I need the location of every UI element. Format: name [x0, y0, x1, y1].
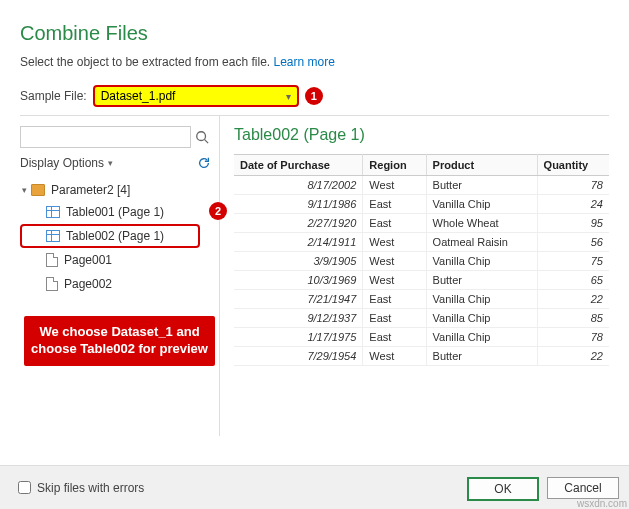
table-row[interactable]: 8/17/2002WestButter78	[234, 176, 609, 195]
table-cell: 1/17/1975	[234, 328, 363, 347]
table-row[interactable]: 1/17/1975EastVanilla Chip78	[234, 328, 609, 347]
search-icon[interactable]	[191, 126, 213, 148]
table-cell: 85	[537, 309, 609, 328]
tree-item-label: Table001 (Page 1)	[66, 205, 164, 219]
tree-item-label: Page001	[64, 253, 112, 267]
tree-root-node[interactable]: ▾ Parameter2 [4]	[20, 180, 219, 200]
table-cell: Butter	[426, 271, 537, 290]
annotation-badge-1: 1	[305, 87, 323, 105]
table-cell: 78	[537, 176, 609, 195]
table-cell: East	[363, 328, 426, 347]
table-cell: 75	[537, 252, 609, 271]
table-icon	[46, 206, 60, 218]
table-cell: 7/29/1954	[234, 347, 363, 366]
chevron-down-icon: ▾	[108, 158, 113, 168]
table-cell: Vanilla Chip	[426, 252, 537, 271]
table-cell: 10/3/1969	[234, 271, 363, 290]
table-cell: 22	[537, 290, 609, 309]
table-cell: East	[363, 290, 426, 309]
tree-item-label: Page002	[64, 277, 112, 291]
table-cell: 65	[537, 271, 609, 290]
column-header[interactable]: Product	[426, 155, 537, 176]
triangle-down-icon: ▾	[22, 185, 27, 195]
column-header[interactable]: Region	[363, 155, 426, 176]
table-cell: Vanilla Chip	[426, 328, 537, 347]
table-cell: 3/9/1905	[234, 252, 363, 271]
preview-title: Table002 (Page 1)	[234, 126, 609, 144]
table-row[interactable]: 2/14/1911WestOatmeal Raisin56	[234, 233, 609, 252]
dialog-footer: Skip files with errors OK Cancel wsxdn.c…	[0, 465, 629, 509]
refresh-icon[interactable]	[195, 154, 213, 172]
table-cell: Vanilla Chip	[426, 309, 537, 328]
table-cell: 7/21/1947	[234, 290, 363, 309]
display-options-menu[interactable]: Display Options▾	[20, 156, 113, 170]
chevron-down-icon: ▾	[286, 91, 291, 102]
table-cell: Vanilla Chip	[426, 195, 537, 214]
object-tree: ▾ Parameter2 [4] Table001 (Page 1)2Table…	[20, 180, 219, 296]
table-cell: East	[363, 214, 426, 233]
table-cell: West	[363, 347, 426, 366]
table-cell: Oatmeal Raisin	[426, 233, 537, 252]
table-row[interactable]: 7/21/1947EastVanilla Chip22	[234, 290, 609, 309]
table-cell: Whole Wheat	[426, 214, 537, 233]
tree-item-table002-page-1-[interactable]: Table002 (Page 1)	[20, 224, 200, 248]
skip-errors-checkbox[interactable]: Skip files with errors	[14, 478, 144, 497]
dialog-subtitle: Select the object to be extracted from e…	[20, 55, 609, 69]
sample-file-label: Sample File:	[20, 89, 87, 103]
table-row[interactable]: 9/11/1986EastVanilla Chip24	[234, 195, 609, 214]
table-row[interactable]: 9/12/1937EastVanilla Chip85	[234, 309, 609, 328]
table-row[interactable]: 2/27/1920EastWhole Wheat95	[234, 214, 609, 233]
sample-file-dropdown[interactable]: Dataset_1.pdf ▾	[93, 85, 299, 107]
skip-errors-input[interactable]	[18, 481, 31, 494]
table-cell: Butter	[426, 347, 537, 366]
preview-table: Date of PurchaseRegionProductQuantity 8/…	[234, 154, 609, 366]
folder-icon	[31, 184, 45, 196]
tree-item-label: Table002 (Page 1)	[66, 229, 164, 243]
table-cell: 24	[537, 195, 609, 214]
page-icon	[46, 253, 58, 267]
preview-pane: Table002 (Page 1) Date of PurchaseRegion…	[220, 116, 609, 436]
table-cell: 8/17/2002	[234, 176, 363, 195]
table-row[interactable]: 7/29/1954WestButter22	[234, 347, 609, 366]
table-cell: 22	[537, 347, 609, 366]
table-cell: 9/11/1986	[234, 195, 363, 214]
column-header[interactable]: Quantity	[537, 155, 609, 176]
tree-item-page001[interactable]: Page001	[20, 248, 219, 272]
annotation-badge-2: 2	[209, 202, 227, 220]
table-cell: West	[363, 233, 426, 252]
subtitle-text: Select the object to be extracted from e…	[20, 55, 273, 69]
table-cell: 56	[537, 233, 609, 252]
table-cell: 95	[537, 214, 609, 233]
page-icon	[46, 277, 58, 291]
table-row[interactable]: 10/3/1969WestButter65	[234, 271, 609, 290]
table-cell: West	[363, 271, 426, 290]
table-icon	[46, 230, 60, 242]
search-input[interactable]	[20, 126, 191, 148]
table-cell: 78	[537, 328, 609, 347]
table-cell: 2/14/1911	[234, 233, 363, 252]
table-cell: Butter	[426, 176, 537, 195]
table-cell: East	[363, 309, 426, 328]
annotation-callout: We choose Dataset_1 and choose Table002 …	[24, 316, 215, 366]
table-cell: East	[363, 195, 426, 214]
table-row[interactable]: 3/9/1905WestVanilla Chip75	[234, 252, 609, 271]
table-cell: 9/12/1937	[234, 309, 363, 328]
table-cell: Vanilla Chip	[426, 290, 537, 309]
ok-button[interactable]: OK	[467, 477, 539, 501]
column-header[interactable]: Date of Purchase	[234, 155, 363, 176]
skip-errors-label: Skip files with errors	[37, 481, 144, 495]
table-cell: 2/27/1920	[234, 214, 363, 233]
tree-item-table001-page-1-[interactable]: Table001 (Page 1)2	[20, 200, 219, 224]
sample-file-value: Dataset_1.pdf	[101, 89, 176, 103]
learn-more-link[interactable]: Learn more	[273, 55, 334, 69]
navigator-pane: Display Options▾ ▾ Parameter2 [4] Table0…	[20, 116, 220, 436]
svg-line-1	[205, 140, 209, 144]
table-cell: West	[363, 252, 426, 271]
cancel-button[interactable]: Cancel	[547, 477, 619, 499]
dialog-title: Combine Files	[20, 22, 609, 45]
table-cell: West	[363, 176, 426, 195]
tree-root-label: Parameter2 [4]	[51, 183, 130, 197]
svg-point-0	[197, 132, 206, 141]
tree-item-page002[interactable]: Page002	[20, 272, 219, 296]
